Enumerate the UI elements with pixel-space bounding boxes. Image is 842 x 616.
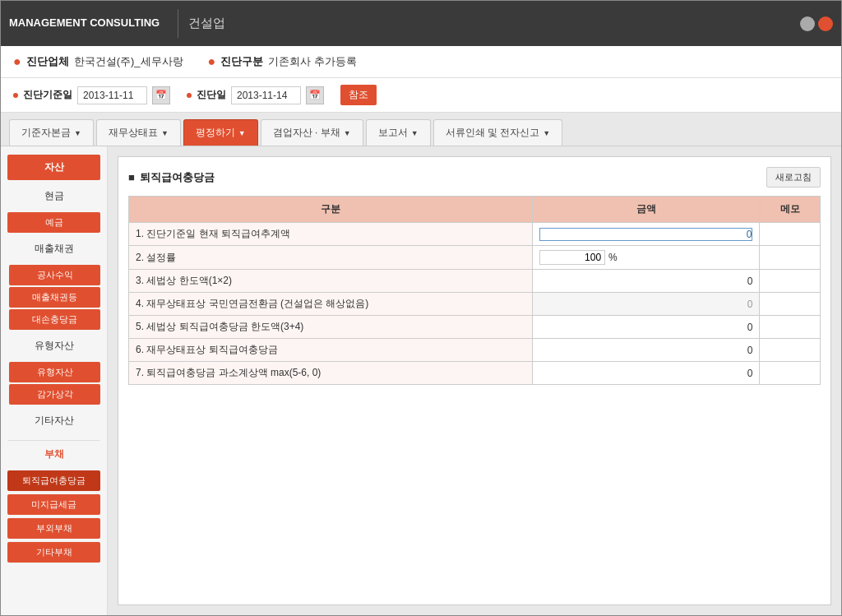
tab-print-file[interactable]: 서류인쇄 및 전자신고 ▼ (433, 119, 563, 146)
company-label: 진단업체 (26, 54, 69, 69)
datebar: 진단기준일 📅 진단일 📅 참조 (1, 78, 841, 113)
col-header-category: 구분 (129, 197, 533, 223)
row1-memo (760, 223, 821, 246)
sidebar-item-constr-income[interactable]: 공사수익 (9, 265, 100, 285)
row7-value: 0 (533, 362, 760, 385)
base-date-item: 진단기준일 📅 (13, 86, 170, 104)
sidebar-item-unpaid-tax[interactable]: 미지급세금 (7, 494, 100, 515)
infobar: ● 진단업체 한국건설(주)_세무사랑 ● 진단구분 기존회사 추가등록 (1, 46, 841, 78)
table-row: 4. 재무상태표상 국민연금전환금 (건설업은 해상없음) 0 (129, 293, 821, 316)
row2-pct-cell: % (539, 250, 752, 265)
row1-value[interactable] (533, 223, 760, 246)
titlebar-subtitle: 건설업 (188, 16, 225, 31)
diag-date-bullet (187, 93, 192, 98)
row2-label: 2. 설정률 (129, 246, 533, 270)
tab-base-capital-arrow: ▼ (74, 129, 81, 137)
tab-rating[interactable]: 평정하기 ▼ (183, 119, 258, 146)
tab-joint-assets[interactable]: 겸업자산 · 부채 ▼ (261, 119, 363, 146)
table-row: 1. 진단기준일 현재 퇴직급여추계액 (129, 223, 821, 246)
close-button[interactable] (818, 16, 833, 31)
retirement-table: 구분 금액 메모 1. 진단기준일 현재 퇴직급여추계액 (128, 196, 821, 385)
table-row: 2. 설정률 % (129, 246, 821, 270)
row7-label: 7. 퇴직급여충당금 과소계상액 max(5-6, 0) (129, 362, 533, 385)
panel-header: ■ 퇴직급여충당금 새로고침 (128, 167, 821, 188)
panel-title-text: ■ 퇴직급여충당금 (128, 170, 215, 185)
tab-print-file-arrow: ▼ (543, 129, 550, 137)
row2-pct-symbol: % (608, 252, 618, 263)
ref-button[interactable]: 참조 (340, 85, 377, 105)
sidebar-item-deposit[interactable]: 예금 (7, 212, 100, 233)
diag-date-item: 진단일 📅 (187, 86, 324, 104)
tab-report[interactable]: 보고서 ▼ (366, 119, 431, 146)
sidebar-item-loan[interactable]: 대손충당금 (9, 309, 100, 330)
company-bullet: ● (13, 54, 21, 69)
tab-report-arrow: ▼ (411, 129, 419, 137)
row2-pct-input[interactable] (539, 250, 605, 265)
sidebar-item-depreciation[interactable]: 감가상각 (9, 384, 100, 405)
content-area: ■ 퇴직급여충당금 새로고침 구분 금액 메모 (108, 146, 841, 615)
base-date-calendar-icon[interactable]: 📅 (152, 86, 170, 104)
tab-joint-assets-label: 겸업자산 · 부채 (273, 126, 340, 140)
minimize-button[interactable] (800, 16, 815, 31)
tabbar: 기준자본금 ▼ 재무상태표 ▼ 평정하기 ▼ 겸업자산 · 부채 ▼ 보고서 ▼… (1, 113, 841, 146)
refresh-button[interactable]: 새로고침 (766, 167, 821, 188)
tab-rating-arrow: ▼ (238, 129, 246, 137)
sidebar-item-liability[interactable]: 부채 (7, 440, 100, 467)
row6-memo (760, 339, 821, 362)
row5-value: 0 (533, 316, 760, 339)
panel-title-bullet: ■ (128, 171, 135, 183)
row2-memo (760, 246, 821, 270)
row7-memo (760, 362, 821, 385)
sidebar-item-receivable[interactable]: 매출채권 (7, 236, 100, 262)
type-label: 진단구분 (220, 54, 263, 69)
row3-value: 0 (533, 270, 760, 293)
diag-date-input[interactable] (231, 86, 301, 104)
base-date-bullet (13, 93, 18, 98)
sidebar-item-trade-recv[interactable]: 매출채권등 (9, 287, 100, 308)
tab-base-capital-label: 기준자본금 (21, 126, 71, 140)
sidebar-item-tangible-asset[interactable]: 유형자산 (9, 362, 100, 382)
sidebar: 자산 현금 예금 매출채권 공사수익 매출채권등 대손충당금 유형자산 유형자산… (1, 146, 108, 615)
tab-report-label: 보고서 (378, 126, 408, 140)
row4-value: 0 (533, 293, 760, 316)
row3-label: 3. 세법상 한도액(1×2) (129, 270, 533, 293)
app-logo: MANAGEMENT CONSULTING (9, 16, 160, 30)
base-date-input[interactable] (77, 86, 147, 104)
sidebar-receivable-group: 공사수익 매출채권등 대손충당금 (7, 265, 100, 330)
row1-label: 1. 진단기준일 현재 퇴직급여추계액 (129, 223, 533, 246)
main-panel: ■ 퇴직급여충당금 새로고침 구분 금액 메모 (118, 156, 831, 605)
row1-input[interactable] (539, 228, 752, 241)
sidebar-item-off-balance[interactable]: 부외부채 (7, 518, 100, 539)
panel-title-label: 퇴직급여충당금 (140, 170, 215, 185)
company-info: ● 진단업체 한국건설(주)_세무사랑 (13, 54, 183, 69)
sidebar-item-other-liab[interactable]: 기타부채 (7, 542, 100, 563)
diag-date-calendar-icon[interactable]: 📅 (306, 86, 324, 104)
tab-base-capital[interactable]: 기준자본금 ▼ (9, 119, 94, 146)
base-date-label: 진단기준일 (23, 88, 72, 102)
col-header-amount: 금액 (533, 197, 760, 223)
row4-memo (760, 293, 821, 316)
titlebar-controls (800, 16, 833, 31)
tab-joint-assets-arrow: ▼ (344, 129, 351, 137)
sidebar-item-other-asset[interactable]: 기타자산 (7, 408, 100, 433)
tab-financial-statement-label: 재무상태표 (109, 126, 158, 140)
sidebar-item-cash[interactable]: 현금 (7, 183, 100, 209)
row2-value[interactable]: % (533, 246, 760, 270)
table-row: 5. 세법상 퇴직급여충당금 한도액(3+4) 0 (129, 316, 821, 339)
tab-rating-label: 평정하기 (196, 126, 235, 140)
type-value: 기존회사 추가등록 (268, 54, 357, 69)
col-header-memo: 메모 (760, 197, 821, 223)
type-bullet: ● (208, 54, 216, 69)
sidebar-item-tangible[interactable]: 유형자산 (7, 333, 100, 359)
sidebar-item-asset[interactable]: 자산 (7, 155, 100, 180)
main-area: 자산 현금 예금 매출채권 공사수익 매출채권등 대손충당금 유형자산 유형자산… (1, 146, 841, 615)
diag-date-label: 진단일 (197, 88, 226, 102)
row4-label: 4. 재무상태표상 국민연금전환금 (건설업은 해상없음) (129, 293, 533, 316)
tab-financial-statement[interactable]: 재무상태표 ▼ (96, 119, 181, 146)
sidebar-item-retirement[interactable]: 퇴직급여충당금 (7, 470, 100, 491)
titlebar: MANAGEMENT CONSULTING 건설업 (1, 1, 841, 46)
table-row: 7. 퇴직급여충당금 과소계상액 max(5-6, 0) 0 (129, 362, 821, 385)
type-info: ● 진단구분 기존회사 추가등록 (208, 54, 357, 69)
tab-financial-statement-arrow: ▼ (161, 129, 169, 137)
company-value: 한국건설(주)_세무사랑 (74, 54, 183, 69)
